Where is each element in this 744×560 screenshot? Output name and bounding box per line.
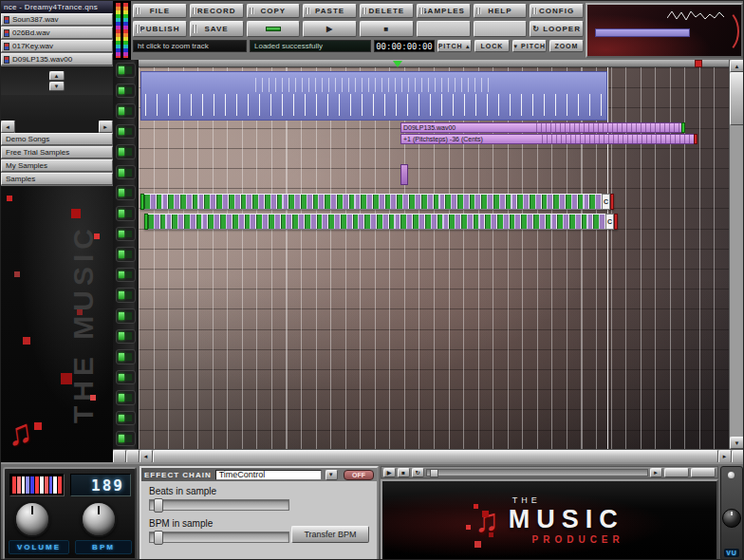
stop-button[interactable]: ■ <box>360 21 414 37</box>
horizontal-scroll-thumb[interactable] <box>153 450 718 463</box>
zoom-out-button[interactable] <box>113 450 126 463</box>
track-meter[interactable] <box>113 60 139 81</box>
beats-in-sample-label: Beats in sample <box>149 486 369 496</box>
vertical-scrollbar[interactable]: ▲ ▼ <box>729 60 744 449</box>
vu-knob[interactable] <box>722 509 741 528</box>
delete-button[interactable]: DELETE <box>360 4 414 18</box>
vertical-scroll-thumb[interactable] <box>730 72 744 125</box>
horizontal-scrollbar[interactable]: ◄ ► <box>113 449 744 462</box>
category-my-samples[interactable]: My Samples <box>1 159 113 172</box>
melody-clip[interactable] <box>140 71 607 121</box>
loop-range-button[interactable] <box>247 21 301 37</box>
track-meter[interactable] <box>113 244 139 265</box>
timeline-ruler[interactable] <box>139 60 729 67</box>
scroll-down-button[interactable]: ▼ <box>730 437 744 449</box>
track-meter[interactable] <box>113 346 139 367</box>
clip-label: +1 (Pitchsteps) -36 (Cents) <box>403 136 483 142</box>
track-meter[interactable] <box>113 367 139 388</box>
paste-button[interactable]: PASTE <box>303 4 357 18</box>
category-samples[interactable]: Samples <box>1 173 113 185</box>
small-sample-clip[interactable] <box>400 164 408 185</box>
song-overview-display[interactable] <box>586 3 743 58</box>
grid-body[interactable]: D09LP135.wav00 +1 (Pitchsteps) -36 (Cent… <box>139 67 729 449</box>
preview-forward-button[interactable]: ► <box>650 468 662 477</box>
copy-button[interactable]: COPY <box>247 4 301 18</box>
preview-position-slider[interactable] <box>426 469 648 476</box>
scroll-right-button[interactable]: ► <box>718 450 732 463</box>
pitch-up-button[interactable]: PITCH▲ <box>437 40 472 52</box>
strip-button-2[interactable] <box>691 468 716 477</box>
slider-thumb[interactable] <box>430 469 438 477</box>
slider-thumb[interactable] <box>154 498 163 513</box>
preview-stop-button[interactable]: ■ <box>398 468 410 477</box>
preset-dropdown-button[interactable]: ▼ <box>326 470 338 480</box>
drum-pattern-clip-b[interactable]: C <box>144 214 618 230</box>
track-meter[interactable] <box>113 162 139 183</box>
scroll-up-button[interactable]: ▲ <box>730 60 744 72</box>
playhead-marker-icon[interactable] <box>393 61 402 67</box>
save-button[interactable]: SAVE <box>190 21 244 37</box>
meter-led-icon <box>126 312 132 320</box>
track-meter[interactable] <box>113 101 139 121</box>
track-meter[interactable] <box>113 306 139 327</box>
beat-segment <box>349 195 362 209</box>
bpm-in-sample-slider[interactable] <box>149 532 289 543</box>
file-list-item[interactable]: D09LP135.wav00 <box>1 53 113 65</box>
meter-led-icon <box>119 189 124 196</box>
scroll-up-button[interactable]: ▲ <box>49 71 65 81</box>
transfer-bpm-button[interactable]: Transfer BPM <box>291 526 369 543</box>
browser-scroll-track[interactable] <box>15 121 99 133</box>
volume-knob[interactable] <box>14 501 50 537</box>
corner-button[interactable] <box>732 450 744 463</box>
looper-button[interactable]: ↻ LOOPER <box>530 21 584 37</box>
file-button[interactable]: FILE <box>133 4 187 18</box>
track-meter[interactable] <box>113 224 139 245</box>
beats-in-sample-slider[interactable] <box>149 499 289 511</box>
pitch-down-button[interactable]: ▼PITCH <box>512 40 547 52</box>
config-button[interactable]: CONFIG <box>530 4 584 18</box>
track-meter[interactable] <box>113 327 139 347</box>
sample-clip-a[interactable]: D09LP135.wav00 <box>400 122 682 133</box>
song-end-marker-icon[interactable] <box>695 60 702 67</box>
scroll-left-button[interactable]: ◄ <box>1 121 15 133</box>
track-meter[interactable] <box>113 141 139 162</box>
track-meter[interactable] <box>113 182 139 203</box>
samples-button[interactable]: SAMPLES <box>417 4 471 18</box>
category-demo-songs[interactable]: Demo Songs <box>1 133 113 145</box>
beat-segment <box>557 215 569 229</box>
play-button[interactable]: ▶ <box>303 21 357 37</box>
preview-play-button[interactable]: ▶ <box>383 468 396 477</box>
zoom-in-button[interactable] <box>126 450 140 463</box>
effect-preset-select[interactable]: TimeControl <box>215 470 322 480</box>
track-meter[interactable] <box>113 203 139 224</box>
scroll-down-button[interactable]: ▼ <box>49 82 65 91</box>
drum-pattern-clip-a[interactable]: C <box>140 194 614 210</box>
track-meter[interactable] <box>113 81 139 102</box>
track-meter[interactable] <box>113 387 139 408</box>
track-meter[interactable] <box>113 285 139 306</box>
file-list-item[interactable]: 026Bd.wav <box>1 27 113 39</box>
file-list-item[interactable]: Soun387.wav <box>1 13 113 26</box>
publish-button[interactable]: PUBLISH <box>133 21 187 37</box>
effect-off-button[interactable]: OFF <box>344 470 374 480</box>
strip-button-1[interactable] <box>664 468 689 477</box>
help-button[interactable]: HELP <box>474 4 528 18</box>
hint-text: ht click to zoom track <box>133 40 247 52</box>
sample-clip-b[interactable]: +1 (Pitchsteps) -36 (Cents) <box>400 134 695 144</box>
bpm-knob[interactable] <box>81 501 117 537</box>
track-meter[interactable] <box>113 121 139 142</box>
scroll-left-button[interactable]: ◄ <box>140 450 153 463</box>
lock-button[interactable]: LOCK <box>474 40 509 52</box>
down-arrow-icon: ▼ <box>735 440 741 446</box>
category-free-trial-samples[interactable]: Free Trial Samples <box>1 146 113 159</box>
record-button[interactable]: RECORD <box>190 4 244 18</box>
slider-thumb[interactable] <box>154 531 163 545</box>
track-meter[interactable] <box>113 428 139 449</box>
track-meter[interactable] <box>113 265 139 286</box>
zoom-button[interactable]: ZOOM <box>549 40 584 52</box>
track-meter[interactable] <box>113 408 139 429</box>
scroll-right-button[interactable]: ► <box>99 121 113 133</box>
file-list-item[interactable]: 017Key.wav <box>1 40 113 52</box>
preview-loop-button[interactable]: ↻ <box>412 468 424 477</box>
meter-led-icon <box>126 169 132 177</box>
